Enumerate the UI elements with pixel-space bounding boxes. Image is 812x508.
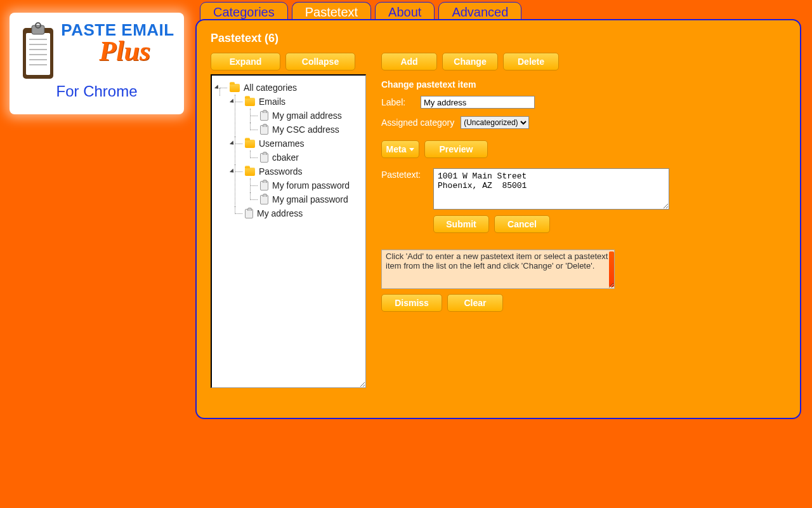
logo-subtitle: For Chrome <box>16 83 178 100</box>
category-field-label: Assigned category <box>381 116 454 128</box>
delete-button[interactable]: Delete <box>503 53 559 70</box>
tree-item[interactable]: My gmail password <box>272 192 348 206</box>
clear-button[interactable]: Clear <box>447 294 503 312</box>
tree-item[interactable]: cbaker <box>272 150 299 164</box>
meta-button-label: Meta <box>386 144 407 154</box>
panel-title: Pastetext (6) <box>211 32 786 45</box>
logo-plus: Plus <box>99 35 150 67</box>
collapse-button[interactable]: Collapse <box>285 53 355 70</box>
clipboard-icon <box>260 125 268 135</box>
add-button[interactable]: Add <box>381 53 437 70</box>
folder-icon <box>245 168 255 176</box>
label-input[interactable] <box>421 96 535 109</box>
expand-button[interactable]: Expand <box>211 53 280 70</box>
pastetext-panel: Pastetext (6) Expand Collapse All catego… <box>195 19 801 419</box>
preview-button[interactable]: Preview <box>424 140 488 158</box>
dismiss-button[interactable]: Dismiss <box>381 294 442 312</box>
cancel-button[interactable]: Cancel <box>494 215 550 233</box>
logo-card: Paste Email Plus For Chrome <box>10 13 184 114</box>
tree-folder-emails[interactable]: Emails <box>259 95 285 109</box>
clipboard-icon <box>245 209 253 218</box>
clipboard-icon <box>260 181 268 190</box>
tree-folder-usernames[interactable]: Usernames <box>259 137 304 150</box>
pastetext-field-label: Pastetext: <box>381 168 427 180</box>
folder-icon <box>230 84 240 92</box>
pastetext-textarea[interactable] <box>433 168 669 210</box>
form-header: Change pastetext item <box>381 79 786 90</box>
tree-item[interactable]: My forum password <box>272 178 350 192</box>
clipboard-icon <box>260 111 268 121</box>
clipboard-icon <box>260 195 268 204</box>
clipboard-icon <box>260 153 268 163</box>
tree-item[interactable]: My address <box>257 206 303 220</box>
submit-button[interactable]: Submit <box>433 215 489 233</box>
folder-icon <box>245 98 255 106</box>
category-tree[interactable]: All categories Emails My gmail address M… <box>211 74 366 388</box>
tree-root[interactable]: All categories <box>244 81 297 95</box>
meta-button[interactable]: Meta <box>381 140 419 158</box>
folder-icon <box>245 140 255 148</box>
tree-item[interactable]: My CSC address <box>272 123 339 137</box>
change-button[interactable]: Change <box>442 53 498 70</box>
label-field-label: Label: <box>381 96 414 107</box>
hint-box: Click 'Add' to enter a new pastetext ite… <box>381 250 615 289</box>
svg-rect-2 <box>32 25 44 34</box>
tree-folder-passwords[interactable]: Passwords <box>259 164 302 178</box>
clipboard-icon <box>19 20 57 84</box>
category-select[interactable]: (Uncategorized) <box>461 116 529 129</box>
chevron-down-icon <box>409 148 414 151</box>
tree-item[interactable]: My gmail address <box>272 109 342 123</box>
